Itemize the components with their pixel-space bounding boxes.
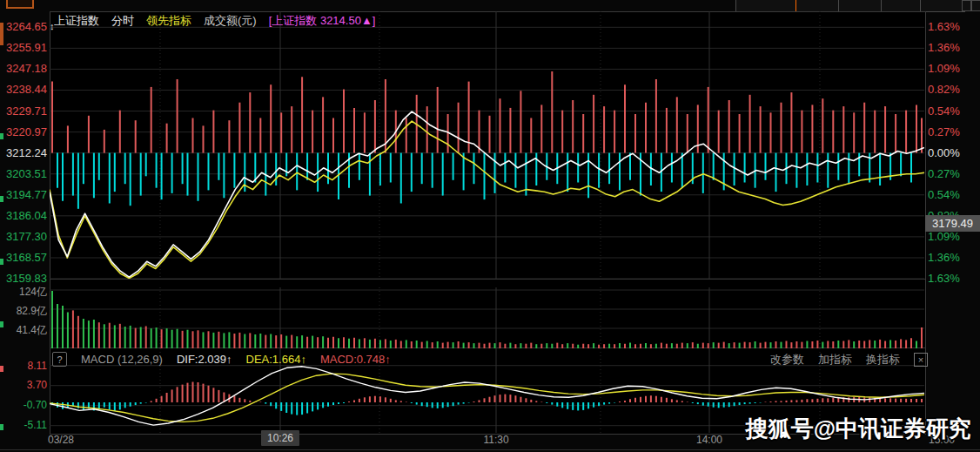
volume-axis-label: 82.9亿: [0, 305, 47, 317]
price-axis-label: 3255.91: [0, 42, 47, 54]
trading-app-window: 上证指数 分时 领先指标 成交额(元) [上证指数 3214.50▲] ↕ 32…: [0, 0, 980, 452]
macd-axis-label: -0.70: [0, 399, 47, 411]
top-tab[interactable]: [735, 0, 796, 12]
percent-axis-label: 0.27%: [928, 126, 978, 138]
pane-divider-main-volume: [50, 279, 925, 280]
percent-axis-label: 0.00%: [928, 147, 978, 159]
price-axis-label: 3229.71: [0, 105, 47, 118]
percent-axis-label: 1.09%: [928, 231, 978, 243]
turnover-label[interactable]: 成交额(元): [204, 13, 257, 29]
time-axis-label: 11:30: [483, 434, 508, 446]
help-icon[interactable]: ?: [52, 352, 67, 367]
mode-label[interactable]: 分时: [111, 13, 134, 29]
resize-handle-icon[interactable]: ↕: [50, 21, 55, 31]
volume-axis-label: 41.4亿: [0, 324, 47, 336]
macd-toolbar: 改参数 加指标 换指标 ×: [770, 352, 928, 368]
chart-header: 上证指数 分时 领先指标 成交额(元) [上证指数 3214.50▲]: [54, 13, 375, 29]
percent-axis-label: 1.63%: [928, 273, 978, 285]
switch-indicator-button[interactable]: 换指标: [866, 352, 900, 368]
main-chart-canvas[interactable]: [50, 11, 924, 279]
price-axis-label: 3212.24: [0, 147, 47, 159]
dif-value-label: DIF:2.039↑: [177, 353, 232, 366]
current-value-badge: 3179.49: [925, 215, 980, 232]
price-axis-label: 3186.04: [0, 210, 47, 222]
macd-value-label: MACD:0.748↑: [320, 353, 391, 366]
percent-axis-label: 0.54%: [928, 189, 978, 201]
window-button[interactable]: [971, 0, 980, 11]
volume-axis-label: 124亿: [0, 286, 47, 298]
top-menu-fragment: [6, 0, 34, 9]
top-tab[interactable]: [881, 0, 921, 12]
price-axis-label: 3247.18: [0, 63, 47, 75]
price-axis-label: 3238.44: [0, 84, 47, 96]
top-tab[interactable]: [920, 0, 965, 12]
percent-axis-label: 0.27%: [928, 168, 978, 180]
window-button[interactable]: [962, 0, 971, 11]
top-tab-bar: [735, 0, 964, 12]
volume-chart-canvas[interactable]: [50, 287, 924, 348]
price-axis-label: 3194.77: [0, 189, 47, 201]
percent-axis-label: 1.36%: [928, 42, 978, 54]
macd-axis-label: 3.70: [0, 379, 47, 391]
percent-axis-label: 1.36%: [928, 252, 978, 264]
macd-axis-label: 8.11: [0, 360, 47, 372]
price-axis-label: 3168.57: [0, 252, 47, 264]
time-axis-label: 14:00: [696, 434, 722, 446]
watermark: 搜狐号@中讯证券研究: [740, 414, 971, 444]
index-name-label[interactable]: 上证指数: [54, 13, 99, 29]
price-axis-label: 3264.65: [0, 21, 47, 33]
time-axis-label: 10:26: [261, 432, 299, 444]
index-quote-label: [上证指数 3214.50▲]: [269, 13, 376, 29]
price-axis-label: 3203.51: [0, 168, 47, 180]
leading-indicator-label[interactable]: 领先指标: [146, 13, 191, 29]
percent-axis-label: 0.54%: [928, 105, 978, 118]
top-tab[interactable]: [838, 0, 882, 12]
macd-header-row: ? MACD (12,26,9) DIF:2.039↑ DEA:1.664↑ M…: [52, 352, 391, 367]
percent-axis-label: 1.09%: [928, 63, 978, 75]
price-axis-label: 3220.97: [0, 126, 47, 138]
percent-axis-label: 1.63%: [928, 21, 978, 33]
price-axis-label: 3159.83: [0, 273, 47, 285]
change-params-button[interactable]: 改参数: [770, 352, 804, 368]
percent-axis-label: 0.82%: [928, 84, 978, 96]
macd-name-label[interactable]: MACD (12,26,9): [81, 353, 163, 366]
price-axis-label: 3177.30: [0, 231, 47, 243]
window-bottom-edge: [0, 449, 980, 450]
close-icon[interactable]: ×: [914, 353, 928, 367]
dea-value-label: DEA:1.664↑: [246, 353, 306, 366]
add-indicator-button[interactable]: 加指标: [818, 352, 852, 368]
top-tab-active[interactable]: [795, 0, 839, 12]
time-axis-label: 03/28: [48, 434, 74, 446]
macd-axis-label: -5.11: [0, 419, 47, 431]
